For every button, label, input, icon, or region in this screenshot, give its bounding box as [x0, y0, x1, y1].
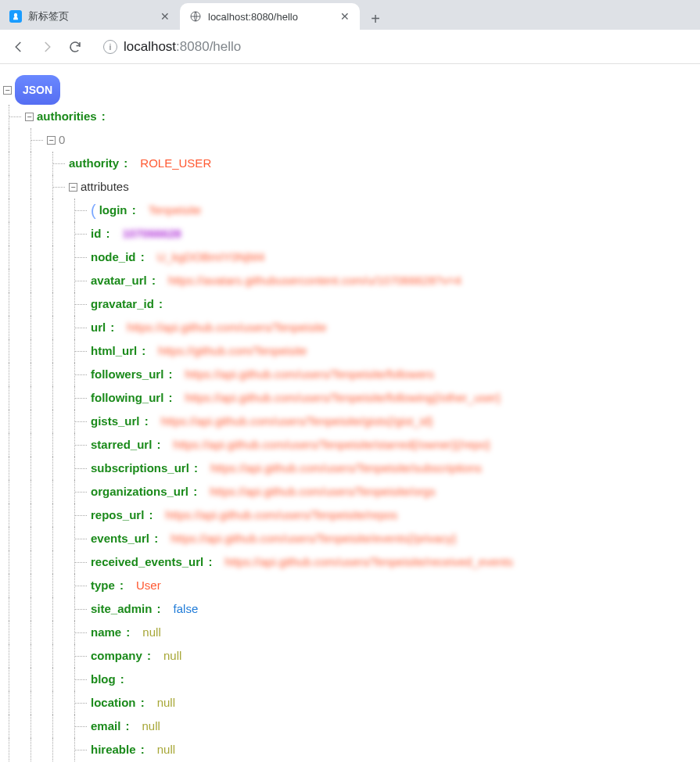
tree-index: 0	[59, 128, 65, 152]
tree-key: node_id	[91, 245, 136, 269]
tree-leaf[interactable]: url : https://api.github.com/users/Tenpe…	[3, 316, 692, 339]
tree-value: ROLE_USER	[140, 152, 211, 175]
tree-leaf[interactable]: subscriptions_url : https://api.github.c…	[3, 457, 692, 480]
tab-favicon-app-icon	[9, 10, 22, 23]
tree-leaf[interactable]: received_events_url : https://api.github…	[3, 550, 692, 574]
tree-leaf[interactable]: avatar_url : https://avatars.githubuserc…	[3, 269, 692, 292]
tree-key: authority	[69, 152, 119, 175]
url-rest: :8080/hello	[176, 39, 241, 54]
browser-tab-active[interactable]: localhost:8080/hello ✕	[180, 3, 360, 30]
browser-toolbar: i localhost:8080/hello	[0, 30, 700, 64]
tree-key: type	[91, 574, 115, 597]
tree-leaf[interactable]: location : null	[3, 691, 692, 715]
tree-leaf[interactable]: authority : ROLE_USER	[3, 152, 692, 175]
tree-value: 107066628	[123, 222, 181, 245]
tree-leaf[interactable]: html_url : https://github.com/Tenpeisite	[3, 339, 692, 363]
tree-value: https://api.github.com/users/Tenpeisite/…	[210, 480, 436, 503]
tree-key: location	[91, 691, 136, 715]
tree-value: https://api.github.com/users/Tenpeisite/…	[185, 363, 435, 386]
tree-key: blog	[91, 668, 116, 691]
tree-key: followers_url	[91, 363, 163, 386]
tree-key: repos_url	[91, 503, 144, 527]
tree-key: authorities	[37, 105, 97, 128]
tree-key: id	[91, 222, 101, 245]
tree-key: events_url	[91, 527, 149, 550]
tree-value: U_kgDOBmIY0NjM4	[157, 245, 265, 269]
tree-key: site_admin	[91, 597, 152, 621]
tree-leaf[interactable]: name : null	[3, 621, 692, 644]
url-text: localhost:8080/hello	[124, 39, 241, 55]
tree-value: null	[163, 644, 181, 668]
tree-key: login	[99, 199, 127, 222]
tree-key: company	[91, 644, 142, 668]
tree-key: attributes	[81, 175, 129, 199]
browser-tab-inactive[interactable]: 新标签页 ✕	[0, 3, 180, 30]
tree-toggle-icon[interactable]: −	[69, 183, 77, 192]
tree-colon: :	[97, 105, 107, 128]
new-tab-button[interactable]: +	[364, 8, 386, 30]
browser-tab-strip: 新标签页 ✕ localhost:8080/hello ✕ +	[0, 0, 700, 30]
tree-value: null	[157, 738, 175, 761]
site-info-icon[interactable]: i	[103, 40, 117, 54]
tree-leaf[interactable]: repos_url : https://api.github.com/users…	[3, 503, 692, 527]
url-host: localhost	[124, 39, 176, 54]
tree-key: html_url	[91, 339, 137, 363]
tree-value: https://api.github.com/users/Tenpeisite/…	[174, 433, 490, 457]
tree-node-attributes[interactable]: − attributes	[3, 175, 692, 199]
tree-key: url	[91, 316, 106, 339]
tree-node-index[interactable]: − 0	[3, 128, 692, 152]
tree-leaf[interactable]: type : User	[3, 574, 692, 597]
tree-toggle-icon[interactable]: −	[47, 136, 56, 145]
tree-value: Tenpeisite	[149, 199, 202, 222]
paren-icon: (	[91, 199, 96, 222]
omnibox[interactable]: i localhost:8080/hello	[95, 35, 694, 59]
tree-leaf[interactable]: organizations_url : https://api.github.c…	[3, 480, 692, 503]
tree-value: https://api.github.com/users/Tenpeisite/…	[161, 410, 433, 433]
tree-value: null	[142, 715, 160, 738]
json-tree-viewport: − JSON − authorities : − 0 authority : R…	[0, 64, 700, 763]
tree-key: received_events_url	[91, 550, 203, 574]
tab-close-icon[interactable]: ✕	[160, 11, 171, 22]
tree-leaf[interactable]: starred_url : https://api.github.com/use…	[3, 433, 692, 457]
tree-leaf[interactable]: gravatar_id :	[3, 292, 692, 316]
tree-value: null	[142, 621, 160, 644]
nav-reload-button[interactable]	[63, 34, 88, 59]
tree-value: https://api.github.com/users/Tenpeisite/…	[224, 550, 513, 574]
globe-icon	[189, 10, 202, 23]
tree-leaf[interactable]: email : null	[3, 715, 692, 738]
tree-leaf[interactable]: id : 107066628	[3, 222, 692, 245]
tree-key: following_url	[91, 386, 163, 410]
tab-title: 新标签页	[28, 9, 153, 23]
tree-value: https://api.github.com/users/Tenpeisite/…	[166, 503, 398, 527]
tree-root: − JSON	[3, 75, 692, 105]
tree-leaf[interactable]: node_id : U_kgDOBmIY0NjM4	[3, 245, 692, 269]
tree-leaf[interactable]: gists_url : https://api.github.com/users…	[3, 410, 692, 433]
tree-key: avatar_url	[91, 269, 147, 292]
tree-key: starred_url	[91, 433, 152, 457]
tree-leaf[interactable]: hireable : null	[3, 738, 692, 761]
tree-key: gists_url	[91, 410, 140, 433]
nav-forward-button[interactable]	[34, 34, 59, 59]
tree-toggle-icon[interactable]: −	[25, 113, 34, 121]
tree-leaf[interactable]: events_url : https://api.github.com/user…	[3, 527, 692, 550]
tree-value: null	[157, 691, 175, 715]
tree-leaf[interactable]: site_admin : false	[3, 597, 692, 621]
tree-leaf[interactable]: company : null	[3, 644, 692, 668]
tree-value: https://api.github.com/users/Tenpeisite/…	[210, 457, 482, 480]
tree-toggle-icon[interactable]: −	[3, 86, 12, 95]
tree-node-authorities[interactable]: − authorities :	[3, 105, 692, 128]
tree-key: organizations_url	[91, 480, 188, 503]
tree-value: https://github.com/Tenpeisite	[158, 339, 307, 363]
tree-leaf[interactable]: following_url : https://api.github.com/u…	[3, 386, 692, 410]
tree-leaf[interactable]: followers_url : https://api.github.com/u…	[3, 363, 692, 386]
tree-leaf[interactable]: blog :	[3, 668, 692, 691]
tree-value: https://api.github.com/users/Tenpeisite/…	[171, 527, 456, 550]
tree-leaf[interactable]: ( login : Tenpeisite	[3, 199, 692, 222]
tree-value: false	[174, 597, 199, 621]
tree-key: hireable	[91, 738, 136, 761]
tree-value: User	[136, 574, 161, 597]
tab-close-icon[interactable]: ✕	[339, 11, 350, 22]
tree-value: https://avatars.githubusercontent.com/u/…	[168, 269, 461, 292]
nav-back-button[interactable]	[6, 34, 31, 59]
tree-key: name	[91, 621, 121, 644]
